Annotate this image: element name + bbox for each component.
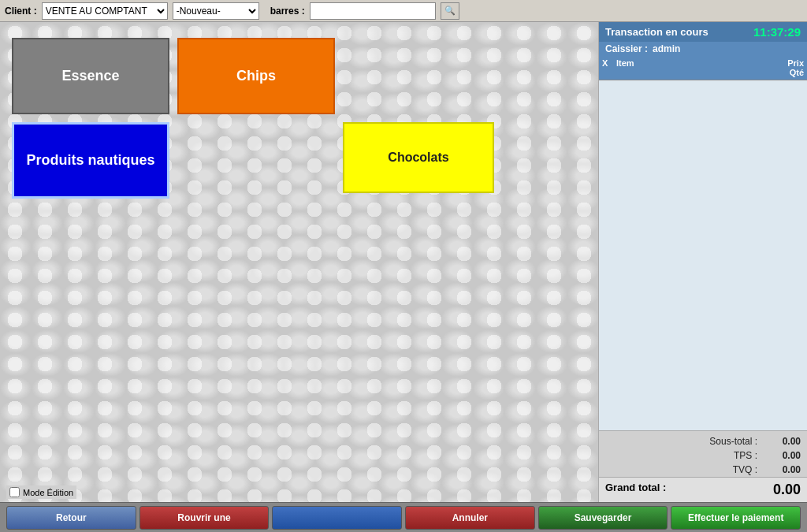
retour-button[interactable]: Retour [6,506,136,530]
effectuer-paiement-button[interactable]: Effectuer le paiement [671,506,801,530]
footer-bar: Retour Rouvrir une Annuler Sauvegarder E… [0,502,807,532]
product-button-essence[interactable]: Essence [12,38,169,114]
transaction-header: Transaction en cours 11:37:29 [599,22,807,42]
tps-row: TPS : 0.00 [605,448,801,463]
header-bar: Client : VENTE AU COMPTANT -Nouveau- bar… [0,0,807,22]
transaction-panel: Transaction en cours 11:37:29 Caissier :… [598,22,807,502]
caissier-label: Caissier : [605,43,648,54]
col-qte-header: Qté [790,68,804,77]
sous-total-label: Sous-total : [605,436,757,447]
client-label: Client : [5,6,37,17]
rouvrir-button[interactable]: Rouvrir une [139,506,270,530]
grand-total-row: Grand total : 0.00 [599,477,807,502]
tvq-row: TVQ : 0.00 [605,463,801,477]
nouveau-select[interactable]: -Nouveau- [173,2,259,20]
grand-total-label: Grand total : [605,482,666,498]
col-item-header: Item [616,58,757,77]
search-button[interactable]: 🔍 [441,2,459,20]
col-right-header: Prix Qté [757,58,804,77]
grand-total-value: 0.00 [773,482,801,498]
tvq-value: 0.00 [757,464,801,475]
barres-label: barres : [270,6,305,17]
product-button-chocolats[interactable]: Chocolats [343,122,494,193]
transaction-items-list [599,80,807,430]
col-prix-header: Prix [787,58,804,68]
tps-value: 0.00 [757,450,801,461]
caissier-row: Caissier : admin [599,42,807,56]
client-select[interactable]: VENTE AU COMPTANT [42,2,168,20]
sauvegarder-button[interactable]: Sauvegarder [538,506,668,530]
transaction-time: 11:37:29 [753,25,801,39]
mode-edition-label: Mode Édition [23,488,73,497]
mode-edition-area: Mode Édition [6,485,76,499]
totals-section: Sous-total : 0.00 TPS : 0.00 TVQ : 0.00 … [599,430,807,502]
tvq-label: TVQ : [605,464,757,475]
sous-total-value: 0.00 [757,436,801,447]
caissier-value: admin [653,43,680,54]
rouvrir2-button[interactable] [272,506,402,530]
product-button-produits-nautiques[interactable]: Produits nautiques [12,122,169,199]
sous-total-row: Sous-total : 0.00 [605,434,801,448]
transaction-title: Transaction en cours [605,26,708,38]
main-area: Essence Chips Produits nautiques Chocola… [0,22,807,502]
col-x-header: X [602,58,616,77]
tps-label: TPS : [605,450,757,461]
transaction-table-header: X Item Prix Qté [599,56,807,80]
product-grid: Essence Chips Produits nautiques Chocola… [12,38,586,199]
mode-edition-checkbox[interactable] [9,487,20,497]
barres-input[interactable] [310,2,436,20]
product-area: Essence Chips Produits nautiques Chocola… [0,22,598,502]
product-button-chips[interactable]: Chips [177,38,335,114]
annuler-button[interactable]: Annuler [405,506,535,530]
